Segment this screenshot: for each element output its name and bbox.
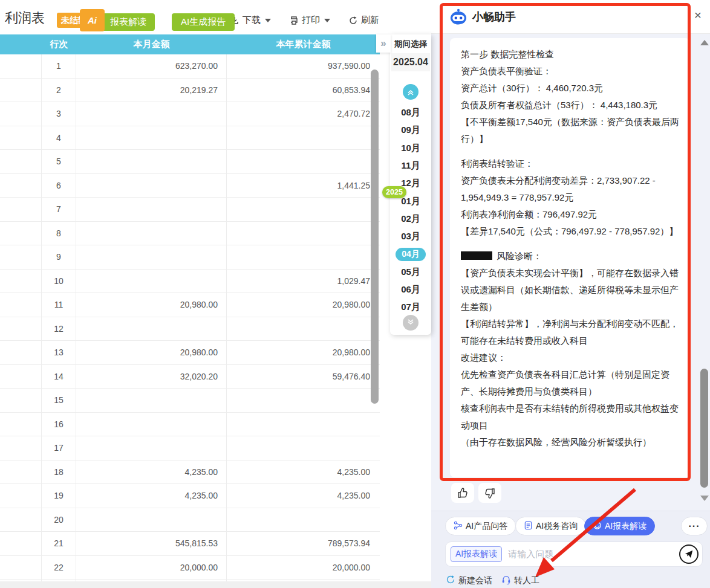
cell-item: [0, 293, 42, 317]
month-item[interactable]: 10月: [390, 140, 431, 157]
ai-icon[interactable]: Ai: [80, 9, 105, 31]
cell-item: [0, 317, 42, 341]
cell-month-amount: 20,219.27: [76, 79, 227, 102]
table-row[interactable]: 11 20,980.00 20,980.00: [0, 293, 380, 317]
cell-month-amount: [76, 508, 227, 532]
table-row[interactable]: 9: [0, 245, 380, 270]
tab-ai-product-qa[interactable]: AI产品问答: [445, 517, 516, 535]
header-cell-month-amount: 本月金额: [76, 34, 227, 54]
scroll-months-up-button[interactable]: [403, 84, 419, 100]
month-item[interactable]: 03月: [390, 228, 431, 245]
assistant-message-paragraph: 资产负债表未分配利润变动差异：2,733,907.22 - 1,954,949.…: [461, 172, 679, 206]
close-icon[interactable]: ×: [694, 8, 702, 21]
cell-item: [0, 79, 42, 102]
cell-ytd-amount: 1,029.47: [227, 270, 380, 293]
table-row[interactable]: 22 20,000.00 20,000.00: [0, 556, 380, 580]
assistant-message-paragraph: 资产负债表平衡验证：: [461, 63, 679, 80]
month-item[interactable]: 11月: [390, 157, 431, 175]
to-human-button[interactable]: 转人工: [501, 575, 539, 586]
cell-month-amount: [76, 270, 227, 293]
table-row[interactable]: 21 545,815.53 789,573.94: [0, 532, 380, 556]
table-row[interactable]: 12: [0, 317, 380, 341]
cell-row-no: 5: [42, 150, 76, 173]
assistant-message-paragraph: 【利润结转异常】，净利润与未分配利润变动不匹配，可能存在未结转费用或收入科目: [461, 315, 679, 349]
download-button[interactable]: 下载: [230, 15, 271, 26]
month-item[interactable]: 04月: [390, 245, 431, 263]
scroll-months-down-button[interactable]: [403, 315, 419, 331]
table-vertical-scrollbar[interactable]: [371, 69, 379, 404]
table-row[interactable]: 4: [0, 126, 380, 150]
ai-generate-report-button[interactable]: AI生成报告: [172, 13, 235, 31]
print-button[interactable]: 打印: [289, 15, 330, 26]
current-period[interactable]: 2025.04: [391, 53, 430, 71]
scrollbar-down-arrow[interactable]: [700, 496, 709, 501]
cell-item: [0, 556, 42, 580]
download-label: 下载: [243, 15, 261, 26]
table-row[interactable]: 20: [0, 508, 380, 532]
table-row[interactable]: 3 2,470.72: [0, 102, 380, 126]
table-horizontal-scrollbar[interactable]: [0, 581, 431, 588]
send-button[interactable]: [679, 544, 699, 564]
new-chat-button[interactable]: 新建会话: [446, 575, 492, 586]
chevron-down-icon: [265, 19, 271, 22]
cell-month-amount: [76, 245, 227, 269]
chevron-down-icon: [324, 19, 330, 22]
refresh-button[interactable]: 刷新: [348, 15, 379, 26]
cell-ytd-amount: [227, 317, 380, 341]
table-row[interactable]: 19 4,235.00 4,235.00: [0, 484, 380, 508]
table-row[interactable]: 13 20,980.00 20,980.00: [0, 341, 380, 365]
cell-row-no: 10: [42, 270, 76, 293]
month-item[interactable]: 02月: [390, 210, 431, 228]
table-row[interactable]: 6 1,441.25: [0, 174, 380, 198]
table-row[interactable]: 1 623,270.00 937,590.00: [0, 54, 380, 79]
cell-month-amount: [76, 198, 227, 221]
cell-ytd-amount: 20,000.00: [227, 556, 380, 580]
input-mode-tag[interactable]: AI报表解读: [451, 546, 502, 562]
table-row[interactable]: 10 1,029.47: [0, 270, 380, 294]
assistant-message-paragraph: （由于存在数据风险，经营风险分析暂缓执行）: [461, 434, 679, 451]
month-item[interactable]: 08月: [390, 104, 431, 121]
tab-ai-report-interpret[interactable]: AI报表解读: [584, 517, 655, 535]
cell-ytd-amount: 20,980.00: [227, 341, 380, 364]
table-row[interactable]: 2 20,219.27 60,853.94: [0, 79, 380, 103]
month-list: 08月09月10月11月12月01月02月03月04月05月06月07月: [390, 104, 431, 317]
month-item[interactable]: 06月: [390, 281, 431, 299]
tab-ai-tax-consult[interactable]: AI税务咨询: [515, 517, 586, 535]
robot-avatar-icon: [449, 8, 467, 27]
table-row[interactable]: 5: [0, 150, 380, 174]
cell-item: [0, 436, 42, 460]
month-item[interactable]: 05月: [390, 263, 431, 281]
table-row[interactable]: 7: [0, 198, 380, 222]
table-row[interactable]: 17: [0, 436, 380, 460]
thumbs-down-button[interactable]: [478, 483, 501, 503]
cell-ytd-amount: 4,235.00: [227, 484, 380, 508]
panel-collapse-button[interactable]: »: [376, 34, 391, 53]
swirl-icon: [593, 521, 602, 532]
scrollbar-up-arrow[interactable]: [700, 40, 709, 45]
cell-row-no: 13: [42, 341, 76, 364]
page-title: 利润表: [5, 9, 45, 27]
month-item[interactable]: 09月: [390, 121, 431, 139]
chat-input[interactable]: AI报表解读 请输入问题: [445, 541, 703, 567]
table-row[interactable]: 16: [0, 413, 380, 437]
cell-item: [0, 508, 42, 532]
cell-row-no: 21: [42, 532, 76, 555]
header-cell-ytd-amount: 本年累计金额: [227, 34, 380, 54]
cell-month-amount: 4,235.00: [76, 484, 227, 508]
cell-item: [0, 270, 42, 293]
table-row[interactable]: 8: [0, 222, 380, 246]
cell-ytd-amount: [227, 222, 380, 245]
tab-label: AI产品问答: [466, 521, 507, 532]
cell-month-amount: [76, 174, 227, 198]
cell-month-amount: 4,235.00: [76, 460, 227, 484]
assistant-scrollbar-thumb[interactable]: [700, 369, 708, 488]
printer-icon: [289, 16, 299, 25]
table-row[interactable]: 18 4,235.00 4,235.00: [0, 460, 380, 485]
more-actions-button[interactable]: ···: [681, 517, 708, 535]
thumbs-up-button[interactable]: [451, 483, 474, 503]
cell-month-amount: 20,980.00: [76, 341, 227, 364]
month-item[interactable]: 07月: [390, 299, 431, 316]
table-row[interactable]: 15: [0, 389, 380, 413]
table-row[interactable]: 14 32,020.20 59,476.40: [0, 365, 380, 389]
print-label: 打印: [302, 15, 320, 26]
